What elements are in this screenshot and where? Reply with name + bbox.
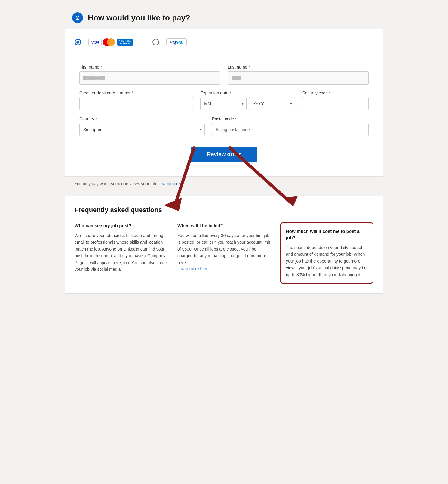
first-name-group: First name * bbox=[79, 65, 220, 85]
review-order-button[interactable]: Review order bbox=[191, 147, 257, 162]
visa-logo: VISA bbox=[88, 39, 102, 46]
faq-answer-2: You will be billed every 30 days after y… bbox=[177, 232, 271, 266]
postal-code-label: Postal code * bbox=[212, 116, 369, 121]
amex-logo: AMERICAN EXPRESS bbox=[117, 39, 133, 46]
faq-title: Frequently asked questions bbox=[75, 206, 373, 214]
faq-item-1: Who can see my job post? We'll share you… bbox=[75, 222, 168, 284]
card-payment-radio[interactable] bbox=[75, 39, 81, 45]
paypal-logo: PayPal bbox=[166, 38, 187, 46]
security-code-group: Security code * bbox=[302, 91, 369, 110]
expiry-label: Expiration date * bbox=[200, 91, 295, 95]
faq-answer-1: We'll share your job across LinkedIn and… bbox=[75, 232, 168, 273]
security-code-label: Security code * bbox=[302, 91, 369, 95]
last-name-group: Last name * bbox=[228, 65, 369, 85]
name-row: First name * Last name * bbox=[79, 65, 369, 85]
faq-question-3: How much will it cost me to post a job? bbox=[286, 228, 368, 241]
card-logos: VISA AMERICAN EXPRESS bbox=[88, 38, 133, 46]
postal-code-required: * bbox=[235, 117, 237, 121]
security-code-required: * bbox=[329, 91, 330, 95]
expiry-required: * bbox=[230, 91, 231, 95]
paypal-payment-radio[interactable] bbox=[152, 39, 159, 45]
faq-question-2: When will I be billed? bbox=[177, 222, 271, 229]
card-number-required: * bbox=[132, 91, 133, 95]
faq-answer-3: The spend depends on your daily budget a… bbox=[286, 244, 368, 278]
card-expiry-security-row: Credit or debit card number * Expiration… bbox=[79, 91, 369, 110]
last-name-required: * bbox=[248, 65, 250, 69]
first-name-label: First name * bbox=[79, 65, 220, 69]
faq-item-3-highlighted: How much will it cost me to post a job? … bbox=[280, 222, 373, 284]
info-bar: You only pay when someone views your job… bbox=[65, 176, 383, 191]
faq-question-1: Who can see my job post? bbox=[75, 222, 168, 229]
learn-more-link[interactable]: Learn more bbox=[158, 181, 180, 186]
expiry-group: Expiration date * MM 010203 040506 07080… bbox=[200, 91, 295, 110]
card-number-label: Credit or debit card number * bbox=[79, 91, 193, 95]
faq-container: Frequently asked questions Who can see m… bbox=[65, 196, 383, 294]
section-header: 2 How would you like to pay? bbox=[65, 6, 383, 29]
country-select-wrapper: Singapore United States United Kingdom A… bbox=[79, 123, 205, 136]
last-name-input[interactable] bbox=[228, 71, 369, 85]
payment-options-row: VISA AMERICAN EXPRESS PayPal bbox=[65, 29, 383, 55]
expiry-selects: MM 010203 040506 070809 101112 ▾ YYYY bbox=[200, 97, 295, 110]
payment-form: First name * Last name * Cre bbox=[65, 55, 383, 176]
faq-grid: Who can see my job post? We'll share you… bbox=[75, 222, 373, 284]
step-badge: 2 bbox=[72, 12, 83, 23]
country-required: * bbox=[95, 117, 97, 121]
country-postal-row: Country * Singapore United States United… bbox=[79, 116, 369, 136]
security-code-input[interactable] bbox=[302, 97, 369, 110]
faq-section: Frequently asked questions Who can see m… bbox=[65, 196, 383, 294]
card-number-group: Credit or debit card number * bbox=[79, 91, 193, 110]
payment-divider bbox=[143, 37, 143, 48]
year-select-wrapper: YYYY 202420252026 202720282029 2030 ▾ bbox=[249, 97, 295, 110]
faq-learn-more-link[interactable]: Learn more here. bbox=[177, 266, 210, 271]
country-group: Country * Singapore United States United… bbox=[79, 116, 205, 136]
month-select-wrapper: MM 010203 040506 070809 101112 ▾ bbox=[200, 97, 247, 110]
month-select[interactable]: MM 010203 040506 070809 101112 bbox=[200, 97, 247, 110]
faq-item-2: When will I be billed? You will be bille… bbox=[177, 222, 271, 284]
first-name-required: * bbox=[100, 65, 102, 69]
postal-code-input[interactable] bbox=[212, 123, 369, 136]
year-select[interactable]: YYYY 202420252026 202720282029 2030 bbox=[249, 97, 295, 110]
first-name-input[interactable] bbox=[79, 71, 220, 85]
review-btn-row: Review order bbox=[79, 142, 369, 164]
card-number-input[interactable] bbox=[79, 97, 193, 110]
page-title: How would you like to pay? bbox=[88, 13, 190, 23]
mastercard-logo bbox=[103, 38, 116, 46]
country-select[interactable]: Singapore United States United Kingdom A… bbox=[79, 123, 205, 136]
postal-code-group: Postal code * bbox=[212, 116, 369, 136]
country-label: Country * bbox=[79, 116, 205, 121]
last-name-label: Last name * bbox=[228, 65, 369, 69]
